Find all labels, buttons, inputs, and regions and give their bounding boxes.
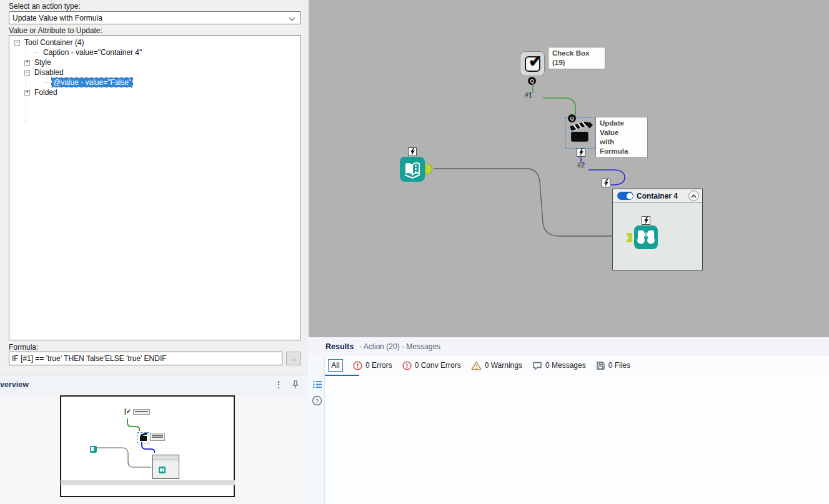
tree-item-tool-container[interactable]: Tool Container (4) [9, 37, 300, 47]
tool-container-4[interactable]: Container 4 [612, 189, 703, 270]
tree-item-folded[interactable]: Folded [9, 87, 300, 97]
minimap-browse-tool [159, 467, 166, 473]
expand-expander-icon[interactable] [24, 60, 30, 66]
filter-all-button[interactable]: All [328, 359, 343, 372]
minimap-label [133, 409, 150, 415]
checkbox-tool[interactable]: ✔ [520, 51, 545, 76]
h-scrollbar-thumb[interactable] [325, 375, 359, 376]
lightning-anchor-icon[interactable] [577, 148, 585, 157]
workflow-canvas[interactable]: ✔ Q #1 Check Box (19) [309, 0, 829, 337]
save-file-icon [596, 361, 605, 370]
tree-item-disabled[interactable]: Disabled [9, 67, 300, 77]
action-type-label: Select an action type: [9, 2, 81, 11]
question-anchor-icon[interactable]: Q [568, 114, 576, 122]
results-panel: Results - Action (20) - Messages [308, 337, 829, 504]
filter-conv-errors-button[interactable]: 0 Conv Errors [402, 361, 461, 370]
open-book-icon [400, 157, 425, 182]
collapse-expander-icon[interactable] [14, 40, 20, 46]
action-config-panel: Select an action type: Update Value with… [0, 0, 308, 504]
connection-2-label: #2 [577, 161, 585, 169]
overview-panel-header: verview [0, 375, 308, 393]
browse-tool[interactable] [634, 225, 658, 249]
formula-editor-button[interactable]: ... [286, 352, 301, 365]
results-message-area[interactable] [325, 375, 829, 504]
minimap-interface-tool [90, 446, 97, 453]
connection-wire-data[interactable] [434, 169, 626, 236]
container-enabled-toggle[interactable] [617, 192, 633, 200]
tree-item-style[interactable]: Style [9, 57, 300, 67]
lightning-anchor-icon[interactable] [642, 216, 650, 225]
tree-item-caption[interactable]: Caption - value="Container 4" [9, 47, 300, 57]
overview-h-scrollbar[interactable] [61, 480, 235, 485]
overview-panel: verview |✓ [0, 375, 308, 504]
connection-1-label: #1 [525, 91, 532, 99]
results-filter-toolbar: All 0 Errors 0 Conv Errors [325, 356, 829, 375]
chevron-up-icon [690, 194, 697, 199]
filter-warnings-button[interactable]: 0 Warnings [471, 361, 522, 370]
attribute-tree: Tool Container (4) Caption - value="Cont… [9, 35, 301, 340]
help-icon[interactable]: ? [312, 395, 322, 406]
tree-connector-line [26, 46, 26, 123]
tree-item-value-selected[interactable]: @value - value="False" [9, 77, 300, 87]
formula-label: Formula: [9, 343, 38, 352]
question-anchor-icon[interactable]: Q [528, 77, 536, 85]
action-type-dropdown[interactable]: Update Value with Formula [9, 11, 301, 24]
container-collapse-button[interactable] [688, 190, 699, 201]
action-type-selected-value: Update Value with Formula [9, 14, 289, 22]
warning-icon [471, 361, 482, 370]
minimap-container [152, 455, 179, 479]
message-bubble-icon [532, 361, 542, 370]
formula-input[interactable] [9, 352, 282, 365]
clapperboard-icon [569, 122, 593, 144]
pin-icon[interactable] [290, 380, 300, 390]
input-anchor[interactable] [626, 233, 632, 242]
results-subtitle: - Action (20) - Messages [359, 342, 440, 351]
message-list-view-icon[interactable] [312, 379, 323, 390]
lightning-anchor-icon[interactable] [408, 147, 417, 156]
checkbox-tool-label: Check Box (19) [548, 47, 605, 69]
conv-error-icon [402, 361, 412, 370]
formula-row: ... [9, 352, 301, 365]
svg-text:?: ? [315, 397, 319, 404]
checkbox-icon: ✔ [525, 56, 540, 72]
container-title: Container 4 [637, 192, 678, 200]
minimap-checkbox-tool: |✓ [124, 408, 131, 415]
container-header[interactable]: Container 4 [613, 189, 702, 203]
alteryx-designer-window: Select an action type: Update Value with… [0, 0, 829, 504]
results-title: Results [325, 342, 354, 351]
minimap-action-tool [137, 432, 149, 443]
connection-wire-1b[interactable] [543, 98, 575, 116]
filter-errors-button[interactable]: 0 Errors [353, 361, 392, 370]
minimap-label [150, 433, 165, 441]
filter-files-button[interactable]: 0 Files [596, 361, 630, 370]
binoculars-icon [634, 225, 658, 249]
results-side-gutter: ? [309, 356, 325, 504]
action-tool-label: Update Value with Formula [595, 117, 648, 158]
attribute-tree-label: Value or Attribute to Update: [9, 26, 102, 35]
filter-messages-button[interactable]: 0 Messages [532, 361, 586, 370]
expand-expander-icon[interactable] [24, 90, 30, 96]
collapse-expander-icon[interactable] [24, 70, 30, 76]
lightning-anchor-icon[interactable] [602, 179, 610, 187]
error-icon [353, 361, 362, 370]
kebab-menu-icon[interactable] [274, 380, 283, 389]
interface-book-tool[interactable] [400, 157, 425, 182]
chevron-down-icon [289, 15, 295, 21]
overview-title: verview [0, 380, 29, 389]
workflow-area: ✔ Q #1 Check Box (19) [308, 0, 829, 504]
results-panel-header: Results - Action (20) - Messages [308, 337, 829, 356]
